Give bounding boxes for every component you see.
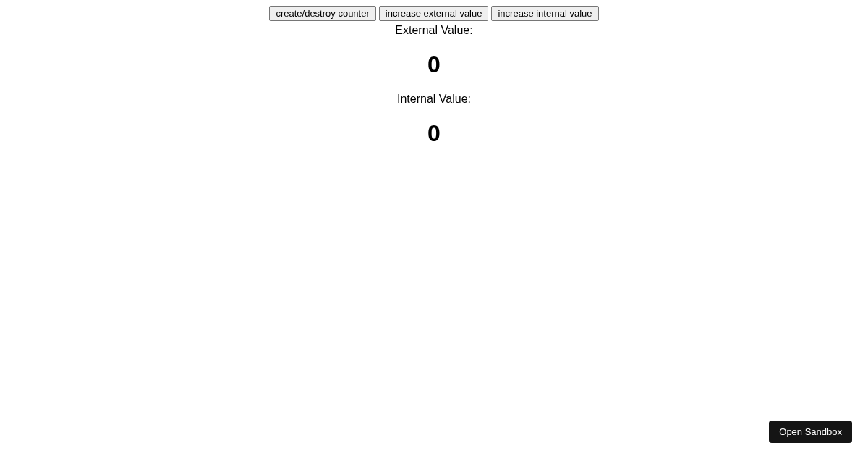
external-value: 0	[0, 51, 868, 78]
internal-value-label: Internal Value:	[0, 93, 868, 106]
internal-value: 0	[0, 120, 868, 147]
create-destroy-counter-button[interactable]: create/destroy counter	[269, 6, 375, 21]
increase-external-value-button[interactable]: increase external value	[379, 6, 489, 21]
button-row: create/destroy counter increase external…	[0, 6, 868, 21]
increase-internal-value-button[interactable]: increase internal value	[491, 6, 598, 21]
main-content: create/destroy counter increase external…	[0, 0, 868, 147]
external-value-label: External Value:	[0, 24, 868, 37]
open-sandbox-button[interactable]: Open Sandbox	[769, 421, 852, 443]
